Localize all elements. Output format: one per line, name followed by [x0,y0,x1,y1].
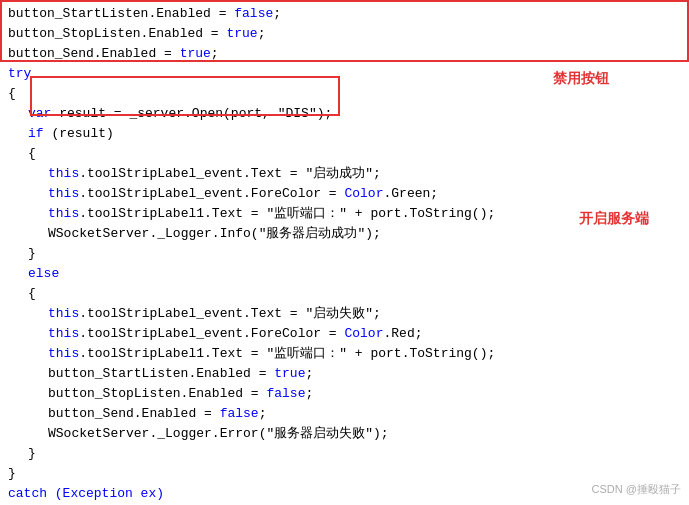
line-19: button_StopListen.Enabled = false; [0,384,689,404]
line-7: { [0,144,689,164]
annotation-start-server: 开启服务端 [579,210,649,228]
line-5: var result = _server.Open(port, "DIS"); [0,104,689,124]
line-23: } [0,464,689,484]
line-14: { [0,284,689,304]
line-8: this.toolStripLabel_event.Text = "启动成功"; [0,164,689,184]
line-18: button_StartListen.Enabled = true; [0,364,689,384]
watermark: CSDN @捶殴猫子 [592,482,681,497]
code-container: button_StartListen.Enabled = false;butto… [0,0,689,505]
line-24: catch (Exception ex) [0,484,689,504]
line-1: button_StopListen.Enabled = true; [0,24,689,44]
line-13: else [0,264,689,284]
line-20: button_Send.Enabled = false; [0,404,689,424]
line-16: this.toolStripLabel_event.ForeColor = Co… [0,324,689,344]
line-17: this.toolStripLabel1.Text = "监听端口：" + po… [0,344,689,364]
line-0: button_StartListen.Enabled = false; [0,4,689,24]
line-21: WSocketServer._Logger.Error("服务器启动失败"); [0,424,689,444]
line-22: } [0,444,689,464]
line-12: } [0,244,689,264]
line-9: this.toolStripLabel_event.ForeColor = Co… [0,184,689,204]
line-6: if (result) [0,124,689,144]
annotation-disable-buttons: 禁用按钮 [553,70,609,88]
line-2: button_Send.Enabled = true; [0,44,689,64]
line-15: this.toolStripLabel_event.Text = "启动失败"; [0,304,689,324]
